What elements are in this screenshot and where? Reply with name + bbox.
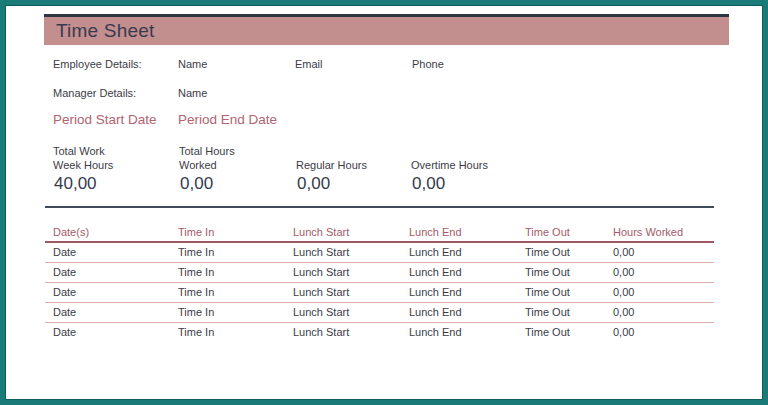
time-in-cell[interactable]: Time In [178, 263, 214, 282]
employee-details-label: Employee Details: [53, 58, 142, 70]
table-row: Date Time In Lunch Start Lunch End Time … [45, 303, 714, 323]
time-out-cell[interactable]: Time Out [525, 323, 570, 342]
lunch-start-cell[interactable]: Lunch Start [293, 243, 349, 262]
table-row: Date Time In Lunch Start Lunch End Time … [45, 323, 714, 342]
total-work-week-hours-value[interactable]: 40,00 [54, 174, 97, 194]
regular-hours-label: Regular Hours [296, 159, 367, 171]
col-header-time-in: Time In [178, 226, 214, 238]
total-work-label-line2: Week Hours [53, 159, 113, 171]
date-cell[interactable]: Date [53, 323, 76, 342]
table-row: Date Time In Lunch Start Lunch End Time … [45, 283, 714, 303]
col-header-dates: Date(s) [53, 226, 89, 238]
lunch-end-cell[interactable]: Lunch End [409, 243, 462, 262]
time-out-cell[interactable]: Time Out [525, 283, 570, 302]
col-header-hours-worked: Hours Worked [613, 226, 683, 238]
lunch-end-cell[interactable]: Lunch End [409, 323, 462, 342]
total-hours-worked-value[interactable]: 0,00 [180, 174, 213, 194]
overtime-hours-value[interactable]: 0,00 [412, 174, 445, 194]
date-cell[interactable]: Date [53, 263, 76, 282]
total-hours-label-line1: Total Hours [179, 145, 235, 157]
employee-phone-field[interactable]: Phone [412, 58, 444, 70]
time-in-cell[interactable]: Time In [178, 323, 214, 342]
lunch-end-cell[interactable]: Lunch End [409, 283, 462, 302]
manager-details-label: Manager Details: [53, 87, 136, 99]
table-body: Date Time In Lunch Start Lunch End Time … [45, 243, 714, 342]
regular-hours-value[interactable]: 0,00 [297, 174, 330, 194]
hours-worked-cell[interactable]: 0,00 [613, 243, 634, 262]
lunch-start-cell[interactable]: Lunch Start [293, 263, 349, 282]
page-title: Time Sheet [56, 18, 154, 44]
time-out-cell[interactable]: Time Out [525, 303, 570, 322]
total-hours-label-line2: Worked [179, 159, 217, 171]
col-header-lunch-start: Lunch Start [293, 226, 349, 238]
date-cell[interactable]: Date [53, 283, 76, 302]
lunch-start-cell[interactable]: Lunch Start [293, 323, 349, 342]
time-out-cell[interactable]: Time Out [525, 243, 570, 262]
date-cell[interactable]: Date [53, 243, 76, 262]
time-in-cell[interactable]: Time In [178, 303, 214, 322]
period-end-date-field[interactable]: Period End Date [178, 112, 277, 127]
title-band: Time Sheet [44, 14, 729, 45]
timesheet-page: Time Sheet Employee Details: Name Email … [0, 0, 768, 405]
table-row: Date Time In Lunch Start Lunch End Time … [45, 263, 714, 283]
totals-divider [45, 206, 714, 208]
col-header-time-out: Time Out [525, 226, 570, 238]
date-cell[interactable]: Date [53, 303, 76, 322]
hours-worked-cell[interactable]: 0,00 [613, 323, 634, 342]
lunch-end-cell[interactable]: Lunch End [409, 263, 462, 282]
hours-worked-cell[interactable]: 0,00 [613, 283, 634, 302]
overtime-hours-label: Overtime Hours [411, 159, 488, 171]
table-row: Date Time In Lunch Start Lunch End Time … [45, 243, 714, 263]
time-in-cell[interactable]: Time In [178, 283, 214, 302]
time-out-cell[interactable]: Time Out [525, 263, 570, 282]
employee-email-field[interactable]: Email [295, 58, 323, 70]
lunch-start-cell[interactable]: Lunch Start [293, 283, 349, 302]
lunch-start-cell[interactable]: Lunch Start [293, 303, 349, 322]
col-header-lunch-end: Lunch End [409, 226, 462, 238]
manager-name-field[interactable]: Name [178, 87, 207, 99]
period-start-date-field[interactable]: Period Start Date [53, 112, 157, 127]
hours-worked-cell[interactable]: 0,00 [613, 263, 634, 282]
time-in-cell[interactable]: Time In [178, 243, 214, 262]
lunch-end-cell[interactable]: Lunch End [409, 303, 462, 322]
hours-worked-cell[interactable]: 0,00 [613, 303, 634, 322]
table-header-row: Date(s) Time In Lunch Start Lunch End Ti… [45, 226, 714, 243]
total-work-label-line1: Total Work [53, 145, 105, 157]
employee-name-field[interactable]: Name [178, 58, 207, 70]
